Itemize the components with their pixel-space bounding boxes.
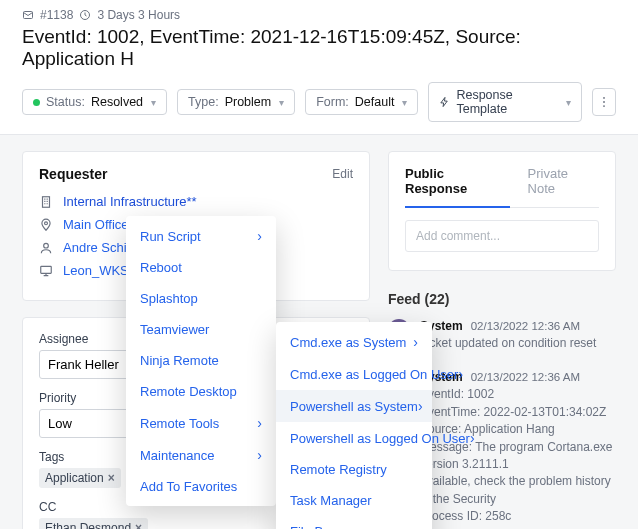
feed-title: Feed (22) bbox=[388, 291, 616, 307]
menu-item-add-to-favorites[interactable]: Add To Favorites bbox=[126, 471, 276, 502]
menu-item-reboot[interactable]: Reboot bbox=[126, 252, 276, 283]
chevron-down-icon: ▾ bbox=[402, 97, 407, 108]
svg-point-2 bbox=[603, 97, 605, 99]
monitor-icon bbox=[39, 264, 53, 278]
menu-item-ninja-remote[interactable]: Ninja Remote bbox=[126, 345, 276, 376]
svg-point-3 bbox=[603, 101, 605, 103]
submenu-item-file-browser[interactable]: File Browser bbox=[276, 516, 432, 529]
menu-item-remote-tools[interactable]: Remote Tools› bbox=[126, 407, 276, 439]
location-link[interactable]: Main Office bbox=[63, 217, 129, 232]
kebab-icon bbox=[597, 95, 611, 109]
response-template-dropdown[interactable]: Response Template ▾ bbox=[428, 82, 581, 122]
svg-rect-8 bbox=[41, 266, 52, 273]
device-context-menu: Run Script›RebootSplashtopTeamviewerNinj… bbox=[126, 216, 276, 506]
tab-private-note[interactable]: Private Note bbox=[528, 166, 599, 207]
type-dropdown[interactable]: Type: Problem ▾ bbox=[177, 89, 295, 115]
org-link[interactable]: Internal Infrastructure** bbox=[63, 194, 197, 209]
bolt-icon bbox=[439, 96, 450, 108]
chevron-right-icon: › bbox=[470, 430, 475, 446]
more-actions-button[interactable] bbox=[592, 88, 616, 116]
tag-chip[interactable]: Application × bbox=[39, 468, 121, 488]
chevron-down-icon: ▾ bbox=[566, 97, 571, 108]
remote-tools-submenu: Cmd.exe as System›Cmd.exe as Logged On U… bbox=[276, 322, 432, 529]
chevron-right-icon: › bbox=[413, 334, 418, 350]
menu-item-teamviewer[interactable]: Teamviewer bbox=[126, 314, 276, 345]
status-dot-icon bbox=[33, 99, 40, 106]
submenu-item-task-manager[interactable]: Task Manager bbox=[276, 485, 432, 516]
feed-text: EventId: 1002 EventTime: 2022-02-13T01:3… bbox=[420, 386, 616, 529]
svg-point-6 bbox=[45, 221, 48, 224]
chevron-right-icon: › bbox=[418, 398, 423, 414]
requester-title: Requester bbox=[39, 166, 107, 182]
menu-item-remote-desktop[interactable]: Remote Desktop bbox=[126, 376, 276, 407]
status-dropdown[interactable]: Status: Resolved ▾ bbox=[22, 89, 167, 115]
clock-icon bbox=[79, 9, 91, 21]
response-panel: Public Response Private Note Add comment… bbox=[388, 151, 616, 271]
svg-point-7 bbox=[44, 243, 49, 248]
submenu-item-powershell-as-system[interactable]: Powershell as System› bbox=[276, 390, 432, 422]
chevron-down-icon: ▾ bbox=[151, 97, 156, 108]
chevron-right-icon: › bbox=[458, 366, 463, 382]
device-link[interactable]: Leon_WKS bbox=[63, 263, 129, 278]
submenu-item-cmd-exe-as-logged-on-user[interactable]: Cmd.exe as Logged On User› bbox=[276, 358, 432, 390]
remove-tag-icon[interactable]: × bbox=[108, 471, 115, 485]
submenu-item-remote-registry[interactable]: Remote Registry bbox=[276, 454, 432, 485]
menu-item-maintenance[interactable]: Maintenance› bbox=[126, 439, 276, 471]
submenu-item-cmd-exe-as-system[interactable]: Cmd.exe as System› bbox=[276, 326, 432, 358]
building-icon bbox=[39, 195, 53, 209]
cc-chip[interactable]: Ethan Desmond × bbox=[39, 518, 148, 529]
svg-point-4 bbox=[603, 105, 605, 107]
mail-icon bbox=[22, 9, 34, 21]
form-dropdown[interactable]: Form: Default ▾ bbox=[305, 89, 418, 115]
ticket-number: #1138 bbox=[40, 8, 73, 22]
feed-time: 02/13/2022 12:36 AM bbox=[471, 371, 580, 383]
ticket-age: 3 Days 3 Hours bbox=[97, 8, 180, 22]
edit-requester-link[interactable]: Edit bbox=[332, 167, 353, 181]
chevron-right-icon: › bbox=[257, 447, 262, 463]
tab-public-response[interactable]: Public Response bbox=[405, 166, 510, 208]
feed-time: 02/13/2022 12:36 AM bbox=[471, 320, 580, 332]
submenu-item-powershell-as-logged-on-user[interactable]: Powershell as Logged On User› bbox=[276, 422, 432, 454]
chevron-down-icon: ▾ bbox=[279, 97, 284, 108]
chevron-right-icon: › bbox=[257, 228, 262, 244]
menu-item-run-script[interactable]: Run Script› bbox=[126, 220, 276, 252]
remove-cc-icon[interactable]: × bbox=[135, 521, 142, 529]
chevron-right-icon: › bbox=[257, 415, 262, 431]
comment-input[interactable]: Add comment... bbox=[405, 220, 599, 252]
location-icon bbox=[39, 218, 53, 232]
page-title: EventId: 1002, EventTime: 2021-12-16T15:… bbox=[22, 26, 616, 70]
menu-item-splashtop[interactable]: Splashtop bbox=[126, 283, 276, 314]
person-icon bbox=[39, 241, 53, 255]
svg-rect-5 bbox=[43, 196, 50, 207]
feed-text: Ticket updated on condition reset bbox=[420, 335, 596, 352]
